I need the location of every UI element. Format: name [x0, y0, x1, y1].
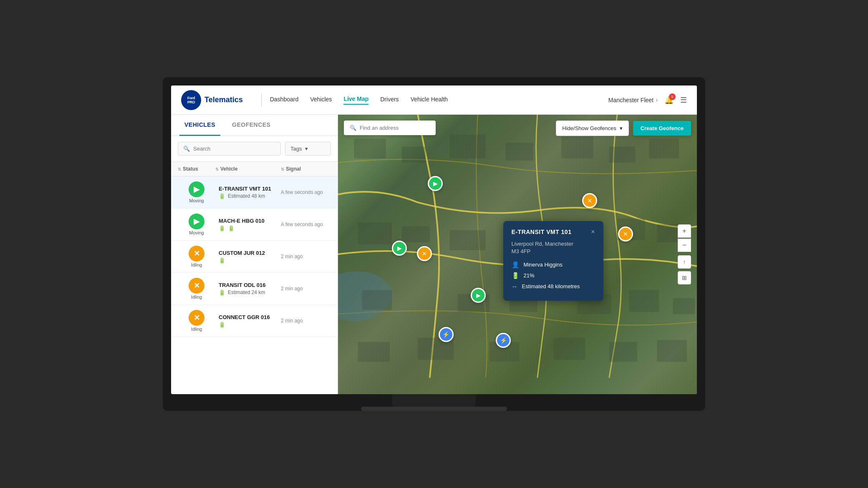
svg-rect-25 [657, 340, 687, 362]
search-box[interactable]: 🔍 [178, 142, 281, 156]
sidebar-filters: 🔍 Tags ▾ [171, 136, 338, 162]
brand-name: Telematics [204, 96, 243, 104]
sidebar-tabs: VEHICLES GEOFENCES [171, 115, 338, 136]
map-controls-right: Hide/Show Geofences ▾ Create Geofence [556, 121, 691, 136]
monitor-screen: FordPRO Telematics Dashboard Vehicles Li… [171, 86, 697, 394]
vehicle-range: Estimated 24 km [228, 289, 265, 295]
status-label: Moving [189, 230, 204, 235]
map-marker-3[interactable]: ▶ [471, 288, 486, 303]
monitor-stand [392, 394, 476, 407]
monitor-frame: FordPRO Telematics Dashboard Vehicles Li… [163, 77, 705, 411]
map-search-box[interactable]: 🔍 [344, 121, 436, 135]
app-header: FordPRO Telematics Dashboard Vehicles Li… [171, 86, 697, 115]
tab-geofences[interactable]: GEOFENCES [227, 115, 275, 136]
vehicle-row[interactable]: ✕ Idling CONNECT GGR 016 🔋 2 min ago [171, 305, 338, 337]
search-input[interactable] [193, 146, 275, 152]
tags-label: Tags [290, 146, 302, 152]
vehicle-row[interactable]: ✕ Idling CUSTOM JUR 012 🔋 2 min ago [171, 241, 338, 273]
vehicle-name: TRANSIT ODL 016 [219, 282, 278, 288]
col-signal-label: Signal [286, 166, 301, 172]
vehicle-row[interactable]: ✕ Idling TRANSIT ODL 016 🔋 Estimated 24 … [171, 273, 338, 305]
map-marker-7[interactable]: ⚡ [439, 327, 454, 342]
svg-rect-20 [358, 342, 390, 362]
popup-driver-detail: 👤 Minerva Higgins [512, 261, 595, 269]
zoom-in-btn[interactable]: + [678, 224, 691, 238]
svg-rect-14 [362, 290, 392, 310]
nav-links: Dashboard Vehicles Live Map Drivers Vehi… [270, 96, 608, 105]
col-signal-header[interactable]: ⇅ Signal [281, 166, 331, 172]
ford-logo: FordPRO [181, 90, 201, 110]
layers-btn[interactable]: ⊞ [678, 271, 691, 284]
menu-btn[interactable]: ☰ [680, 96, 687, 105]
nav-drivers[interactable]: Drivers [380, 96, 399, 104]
col-status-header[interactable]: ⇅ Status [178, 166, 215, 172]
map-overlay-ui: 🔍 Hide/Show Geofences ▾ Create Geofence [338, 115, 697, 142]
geofence-toggle-label: Hide/Show Geofences [562, 125, 616, 131]
status-cell: ▶ Moving [178, 214, 215, 235]
compass-btn[interactable]: ↑ [678, 255, 691, 269]
tags-dropdown[interactable]: Tags ▾ [285, 142, 331, 156]
map-marker-5[interactable]: ✕ [582, 193, 597, 208]
nav-livemap[interactable]: Live Map [343, 96, 368, 105]
header-right: Manchester Fleet › 🔔 5 ☰ [608, 96, 687, 105]
map-area: ▶ ▶ ▶ ✕ ✕ [338, 115, 697, 394]
moving-marker-icon: ▶ [428, 176, 443, 191]
vehicle-row[interactable]: ▶ Moving E-TRANSIT VMT 101 🔋 Estimated 4… [171, 176, 338, 209]
svg-rect-8 [402, 226, 430, 242]
svg-rect-18 [629, 290, 659, 312]
col-vehicle-header[interactable]: ⇅ Vehicle [215, 166, 281, 172]
sat-map: ▶ ▶ ▶ ✕ ✕ [338, 115, 697, 394]
idling-marker-icon: ✕ [582, 193, 597, 208]
charging-marker-icon: ⚡ [496, 333, 511, 348]
sort-icon-signal: ⇅ [281, 167, 284, 171]
logo-area: FordPRO Telematics [181, 90, 243, 110]
vehicle-range: Estimated 48 km [228, 193, 265, 199]
map-marker-1[interactable]: ▶ [428, 176, 443, 191]
col-status-label: Status [183, 166, 198, 172]
status-cell: ✕ Idling [178, 278, 215, 299]
moving-marker-icon: ▶ [471, 288, 486, 303]
map-marker-4[interactable]: ✕ [417, 246, 432, 261]
popup-address: Liverpool Rd, Manchester M3 4FP [512, 240, 595, 255]
signal-cell: A few seconds ago [281, 221, 331, 227]
notification-btn[interactable]: 🔔 5 [664, 96, 674, 105]
battery-popup-icon: 🔋 [512, 272, 520, 279]
zoom-controls: + − ↑ ⊞ [678, 224, 691, 284]
tab-vehicles[interactable]: VEHICLES [179, 115, 220, 136]
svg-rect-5 [609, 146, 635, 162]
tags-chevron-icon: ▾ [305, 146, 308, 152]
status-icon-idling: ✕ [189, 246, 204, 262]
svg-rect-7 [358, 222, 392, 244]
vehicle-row[interactable]: ▶ Moving MACH-E HBG 010 🔋 🔋 A few second… [171, 209, 338, 241]
vehicle-popup: E-TRANSIT VMT 101 × Liverpool Rd, Manche… [503, 221, 603, 301]
col-vehicle-label: Vehicle [220, 166, 237, 172]
signal-cell: 2 min ago [281, 286, 331, 292]
idling-marker-icon: ✕ [618, 226, 633, 241]
map-marker-2[interactable]: ▶ [392, 241, 407, 256]
popup-close-btn[interactable]: × [591, 229, 595, 235]
header-divider [261, 93, 262, 107]
vehicle-list: ▶ Moving E-TRANSIT VMT 101 🔋 Estimated 4… [171, 176, 338, 394]
battery-icon: 🔋 [219, 322, 225, 328]
fleet-arrow-icon: › [656, 97, 658, 103]
fleet-name: Manchester Fleet [608, 97, 654, 103]
create-geofence-btn[interactable]: Create Geofence [633, 121, 691, 136]
status-icon-moving: ▶ [189, 181, 204, 197]
geofence-toggle-btn[interactable]: Hide/Show Geofences ▾ [556, 121, 628, 136]
svg-rect-1 [402, 146, 426, 162]
fleet-selector[interactable]: Manchester Fleet › [608, 97, 658, 103]
nav-dashboard[interactable]: Dashboard [270, 96, 299, 104]
map-marker-6[interactable]: ✕ [618, 226, 633, 241]
vehicle-info: MACH-E HBG 010 🔋 🔋 [215, 218, 281, 231]
svg-rect-23 [553, 338, 585, 360]
geofence-chevron-icon: ▾ [620, 125, 623, 131]
status-cell: ✕ Idling [178, 310, 215, 332]
nav-vehicles[interactable]: Vehicles [310, 96, 332, 104]
map-marker-8[interactable]: ⚡ [496, 333, 511, 348]
popup-address-line2: M3 4FP [512, 248, 531, 254]
nav-vehiclehealth[interactable]: Vehicle Health [411, 96, 448, 104]
zoom-out-btn[interactable]: − [678, 239, 691, 252]
popup-header: E-TRANSIT VMT 101 × [512, 229, 595, 235]
signal-cell: 2 min ago [281, 254, 331, 259]
map-search-input[interactable] [360, 125, 430, 131]
